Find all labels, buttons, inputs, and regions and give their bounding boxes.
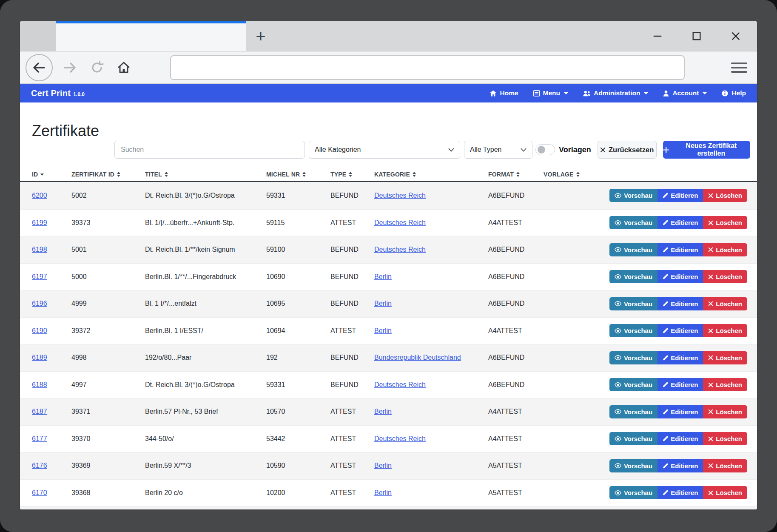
delete-button[interactable]: Löschen: [703, 405, 747, 418]
preview-button[interactable]: Vorschau: [609, 270, 657, 283]
sort-icon: [516, 172, 520, 177]
kategorie-link[interactable]: Deutsches Reich: [374, 192, 426, 199]
delete-button[interactable]: Löschen: [703, 432, 747, 445]
nav-menu[interactable]: Menu: [533, 89, 568, 97]
kategorie-link[interactable]: Deutsches Reich: [374, 246, 426, 253]
nav-home[interactable]: Home: [490, 89, 518, 97]
column-header-zertifikat-id[interactable]: ZERTIFIKAT ID: [71, 171, 145, 178]
kategorie-link[interactable]: Berlin: [374, 327, 392, 334]
templates-toggle[interactable]: [535, 144, 555, 155]
delete-button[interactable]: Löschen: [703, 243, 747, 256]
reset-button[interactable]: Zurücksetzen: [598, 141, 657, 159]
column-header-vorlage[interactable]: VORLAGE: [544, 171, 595, 178]
table-row: 6197 5000 Berlin.Bl. 1/**/...Fingerabdru…: [20, 263, 757, 290]
browser-menu-button[interactable]: [731, 60, 747, 75]
close-button[interactable]: [731, 31, 741, 41]
cell-id: 6190: [32, 327, 71, 335]
certificate-id-link[interactable]: 6177: [32, 435, 47, 442]
back-button[interactable]: [26, 54, 53, 81]
cell-titel: Dt. Reich.Bl. 1/**/kein Signum: [145, 246, 266, 253]
preview-button[interactable]: Vorschau: [609, 351, 657, 364]
kategorie-link[interactable]: Berlin: [374, 462, 392, 469]
forward-button[interactable]: [62, 60, 77, 75]
edit-button[interactable]: Editieren: [657, 243, 703, 256]
kategorie-link[interactable]: Berlin: [374, 300, 392, 307]
column-header-michel-nr[interactable]: MICHEL NR: [266, 171, 330, 178]
create-certificate-button[interactable]: Neues Zertifikat erstellen: [663, 141, 750, 159]
kategorie-link[interactable]: Deutsches Reich: [374, 435, 426, 442]
delete-button[interactable]: Löschen: [703, 270, 747, 283]
row-actions: Vorschau Editieren Löschen: [595, 351, 747, 364]
minimize-button[interactable]: [652, 31, 663, 41]
edit-button[interactable]: Editieren: [657, 216, 703, 229]
delete-button[interactable]: Löschen: [703, 216, 747, 229]
kategorie-link[interactable]: Berlin: [374, 408, 392, 415]
reload-button[interactable]: [90, 61, 104, 74]
edit-button[interactable]: Editieren: [657, 297, 703, 310]
kategorie-link[interactable]: Deutsches Reich: [374, 381, 426, 388]
cell-zertifikat-id: 39369: [71, 462, 145, 469]
active-tab[interactable]: [56, 21, 246, 51]
preview-button[interactable]: Vorschau: [609, 405, 657, 418]
preview-button[interactable]: Vorschau: [609, 189, 657, 202]
delete-button[interactable]: Löschen: [703, 459, 747, 472]
home-button[interactable]: [117, 60, 131, 75]
preview-button[interactable]: Vorschau: [609, 297, 657, 310]
kategorie-link[interactable]: Berlin: [374, 489, 392, 496]
edit-button[interactable]: Editieren: [657, 189, 703, 202]
certificate-id-link[interactable]: 6199: [32, 219, 47, 226]
edit-button[interactable]: Editieren: [657, 378, 703, 391]
edit-button[interactable]: Editieren: [657, 405, 703, 418]
column-header-titel[interactable]: TITEL: [145, 171, 266, 178]
maximize-button[interactable]: [692, 31, 702, 41]
certificate-id-link[interactable]: 6197: [32, 273, 47, 280]
edit-button[interactable]: Editieren: [657, 486, 703, 499]
certificate-id-link[interactable]: 6190: [32, 327, 47, 334]
delete-button[interactable]: Löschen: [703, 297, 747, 310]
x-icon: [708, 436, 713, 441]
info-icon: [721, 90, 729, 97]
delete-button[interactable]: Löschen: [703, 189, 747, 202]
edit-button[interactable]: Editieren: [657, 324, 703, 337]
column-header-kategorie[interactable]: KATEGORIE: [374, 171, 488, 178]
preview-button[interactable]: Vorschau: [609, 378, 657, 391]
edit-button[interactable]: Editieren: [657, 351, 703, 364]
preview-button[interactable]: Vorschau: [609, 324, 657, 337]
delete-button[interactable]: Löschen: [703, 486, 747, 499]
column-header-id[interactable]: ID: [32, 171, 71, 178]
new-tab-button[interactable]: +: [246, 21, 276, 51]
kategorie-link[interactable]: Bundesrepublik Deutschland: [374, 354, 461, 361]
nav-administration[interactable]: Administration: [583, 89, 648, 97]
certificate-id-link[interactable]: 6200: [32, 192, 47, 199]
preview-button[interactable]: Vorschau: [609, 459, 657, 472]
certificate-id-link[interactable]: 6196: [32, 300, 47, 307]
eye-icon: [615, 463, 621, 468]
certificate-id-link[interactable]: 6189: [32, 354, 47, 361]
kategorie-link[interactable]: Berlin: [374, 273, 392, 280]
category-select[interactable]: Alle Kategorien: [309, 141, 460, 159]
url-bar[interactable]: [170, 55, 685, 80]
delete-button[interactable]: Löschen: [703, 324, 747, 337]
certificate-id-link[interactable]: 6170: [32, 489, 47, 496]
certificate-id-link[interactable]: 6198: [32, 246, 47, 253]
certificate-id-link[interactable]: 6187: [32, 408, 47, 415]
nav-account[interactable]: Account: [663, 89, 707, 97]
column-header-format[interactable]: FORMAT: [488, 171, 544, 178]
type-select[interactable]: Alle Typen: [464, 141, 532, 159]
column-header-type[interactable]: TYPE: [330, 171, 374, 178]
preview-button[interactable]: Vorschau: [609, 432, 657, 445]
delete-button[interactable]: Löschen: [703, 378, 747, 391]
edit-button[interactable]: Editieren: [657, 459, 703, 472]
edit-button[interactable]: Editieren: [657, 432, 703, 445]
search-input[interactable]: [114, 141, 305, 159]
preview-button[interactable]: Vorschau: [609, 486, 657, 499]
kategorie-link[interactable]: Deutsches Reich: [374, 219, 426, 226]
nav-help[interactable]: Help: [721, 89, 746, 97]
delete-button[interactable]: Löschen: [703, 351, 747, 364]
preview-button[interactable]: Vorschau: [609, 243, 657, 256]
certificate-id-link[interactable]: 6188: [32, 381, 47, 388]
eye-icon: [615, 193, 621, 198]
edit-button[interactable]: Editieren: [657, 270, 703, 283]
certificate-id-link[interactable]: 6176: [32, 462, 47, 469]
preview-button[interactable]: Vorschau: [609, 216, 657, 229]
